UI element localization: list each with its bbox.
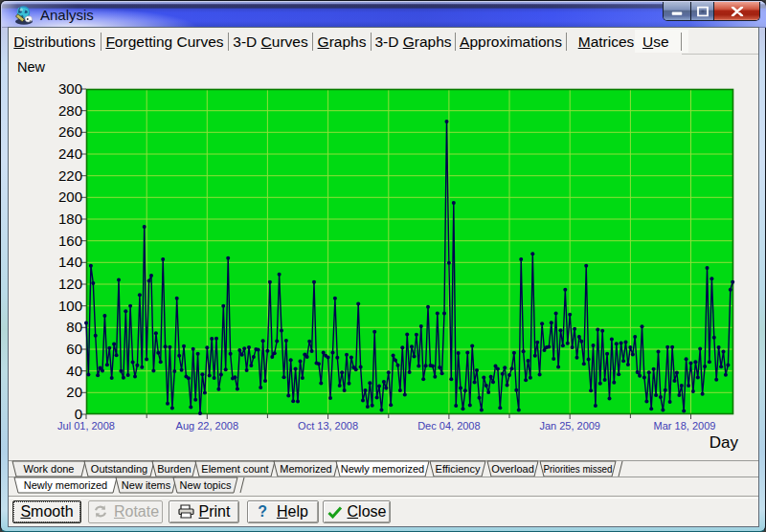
- svg-text:New topics: New topics: [180, 479, 232, 491]
- svg-text:Newly memorized: Newly memorized: [24, 479, 107, 491]
- svg-text:20: 20: [66, 384, 82, 400]
- svg-text:New items: New items: [122, 479, 171, 491]
- svg-text:Efficiency: Efficiency: [436, 463, 481, 475]
- svg-text:New: New: [17, 59, 46, 75]
- svg-text:Memorized: Memorized: [280, 463, 331, 475]
- svg-text:Priorities missed: Priorities missed: [544, 463, 613, 475]
- svg-text:Day: Day: [710, 433, 739, 452]
- svg-text:Jan 25, 2009: Jan 25, 2009: [539, 420, 600, 432]
- svg-text:220: 220: [58, 167, 82, 184]
- svg-text:Newly memorized: Newly memorized: [341, 463, 424, 475]
- svg-text:Overload: Overload: [491, 463, 534, 475]
- svg-text:260: 260: [58, 123, 82, 140]
- svg-text:Outstanding: Outstanding: [91, 463, 147, 475]
- svg-text:140: 140: [58, 254, 82, 270]
- svg-text:120: 120: [58, 276, 82, 292]
- svg-text:Dec 04, 2008: Dec 04, 2008: [417, 420, 480, 432]
- svg-text:180: 180: [58, 211, 82, 227]
- svg-text:Aug 22, 2008: Aug 22, 2008: [176, 420, 238, 432]
- svg-text:Jul 01, 2008: Jul 01, 2008: [57, 420, 115, 432]
- svg-text:40: 40: [66, 363, 82, 379]
- svg-text:280: 280: [58, 102, 82, 119]
- svg-text:Oct 13, 2008: Oct 13, 2008: [298, 420, 358, 432]
- svg-text:Element count: Element count: [201, 463, 268, 475]
- svg-text:300: 300: [58, 80, 82, 97]
- svg-text:240: 240: [58, 145, 82, 162]
- svg-text:200: 200: [58, 188, 82, 205]
- svg-text:Mar 18, 2009: Mar 18, 2009: [654, 420, 716, 432]
- svg-text:60: 60: [66, 341, 82, 357]
- svg-text:Burden: Burden: [157, 463, 191, 475]
- svg-text:100: 100: [58, 298, 82, 314]
- svg-text:80: 80: [66, 319, 82, 335]
- svg-text:Work done: Work done: [24, 463, 75, 475]
- svg-text:160: 160: [58, 233, 82, 249]
